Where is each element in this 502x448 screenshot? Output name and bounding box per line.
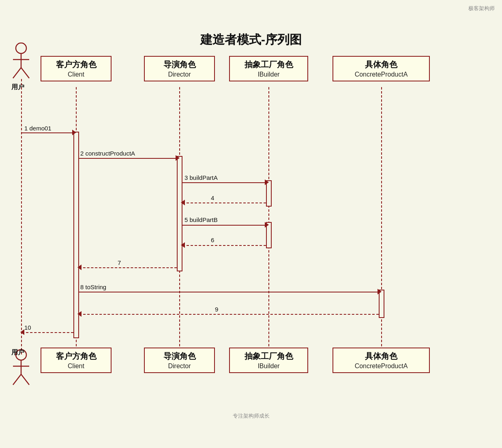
arrow-2-head xyxy=(176,155,180,161)
arrow-4-head xyxy=(181,200,185,205)
user-figure-top xyxy=(9,43,33,79)
ibuilder-box-bottom: 抽象工厂角色 IBuilder xyxy=(229,348,308,373)
arrow-10-line xyxy=(22,332,73,333)
arrow-4-line xyxy=(182,203,266,203)
svg-line-4 xyxy=(21,68,29,78)
arrow-1-head xyxy=(72,130,76,135)
director-box-bottom: 导演角色 Director xyxy=(144,348,215,373)
director-zh-top: 导演角色 xyxy=(149,59,210,70)
client-box-top: 客户方角色 Client xyxy=(41,56,112,81)
arrow-5-label: 5 buildPartB xyxy=(184,216,218,223)
director-box-top: 导演角色 Director xyxy=(144,56,215,81)
client-en-top: Client xyxy=(45,71,107,78)
concrete-box-top: 具体角色 ConcreteProductA xyxy=(333,56,430,81)
concrete-zh-bottom: 具体角色 xyxy=(337,351,425,362)
page-title: 建造者模式-序列图 xyxy=(0,32,502,48)
arrow-6-label: 6 xyxy=(211,237,214,243)
ibuilder-en-top: IBuilder xyxy=(234,71,303,78)
arrow-1-label: 1 demo01 xyxy=(24,125,51,132)
arrow-9-line xyxy=(79,314,379,315)
svg-line-8 xyxy=(13,374,21,385)
ibuilder-zh-top: 抽象工厂角色 xyxy=(234,59,303,70)
user-label-bottom: 用户 xyxy=(11,348,24,357)
ibuilder-box-top: 抽象工厂角色 IBuilder xyxy=(229,56,308,81)
concrete-en-top: ConcreteProductA xyxy=(337,71,425,78)
ibuilder-en-bottom: IBuilder xyxy=(234,363,303,370)
arrow-3-line xyxy=(182,182,266,183)
arrow-5-line xyxy=(182,225,266,226)
concrete-zh-top: 具体角色 xyxy=(337,59,425,70)
arrow-7-label: 7 xyxy=(118,259,121,266)
client-activation xyxy=(73,132,79,338)
arrow-6-line xyxy=(182,245,266,246)
concrete-en-bottom: ConcreteProductA xyxy=(337,363,425,370)
client-box-bottom: 客户方角色 Client xyxy=(41,348,112,373)
director-en-top: Director xyxy=(149,71,210,78)
arrow-8-label: 8 toString xyxy=(80,284,106,290)
arrow-9-head xyxy=(77,311,82,317)
arrow-10-head xyxy=(20,329,24,335)
arrow-1-line xyxy=(22,132,74,133)
watermark-top: 极客架构师 xyxy=(468,5,495,12)
client-en-bottom: Client xyxy=(45,363,107,370)
arrow-2-line xyxy=(79,158,177,159)
arrow-8-head xyxy=(378,289,382,294)
arrow-10-label: 10 xyxy=(24,324,31,331)
svg-point-0 xyxy=(16,43,26,53)
arrow-3-head xyxy=(265,179,269,185)
director-activation xyxy=(177,156,182,271)
svg-line-3 xyxy=(13,68,21,78)
user-lifeline xyxy=(21,79,22,354)
arrow-6-head xyxy=(181,242,185,248)
director-en-bottom: Director xyxy=(149,363,210,370)
arrow-8-line xyxy=(79,292,379,292)
director-zh-bottom: 导演角色 xyxy=(149,351,210,362)
client-zh-bottom: 客户方角色 xyxy=(45,351,107,362)
arrow-2-label: 2 constructProductA xyxy=(80,150,135,157)
svg-line-9 xyxy=(21,374,29,385)
arrow-3-label: 3 buildPartA xyxy=(184,174,218,181)
arrow-5-head xyxy=(265,222,269,228)
arrow-7-head xyxy=(77,265,82,270)
arrow-7-line xyxy=(79,267,177,268)
user-label-top: 用户 xyxy=(11,83,24,92)
arrow-4-label: 4 xyxy=(211,194,214,201)
client-zh-top: 客户方角色 xyxy=(45,59,107,70)
diagram: 极客架构师 专注架构师成长 建造者模式-序列图 用户 客户方角色 Client … xyxy=(0,0,502,425)
concrete-box-bottom: 具体角色 ConcreteProductA xyxy=(333,348,430,373)
ibuilder-zh-bottom: 抽象工厂角色 xyxy=(234,351,303,362)
watermark-bottom: 专注架构师成长 xyxy=(233,412,270,420)
arrow-9-label: 9 xyxy=(215,306,218,313)
